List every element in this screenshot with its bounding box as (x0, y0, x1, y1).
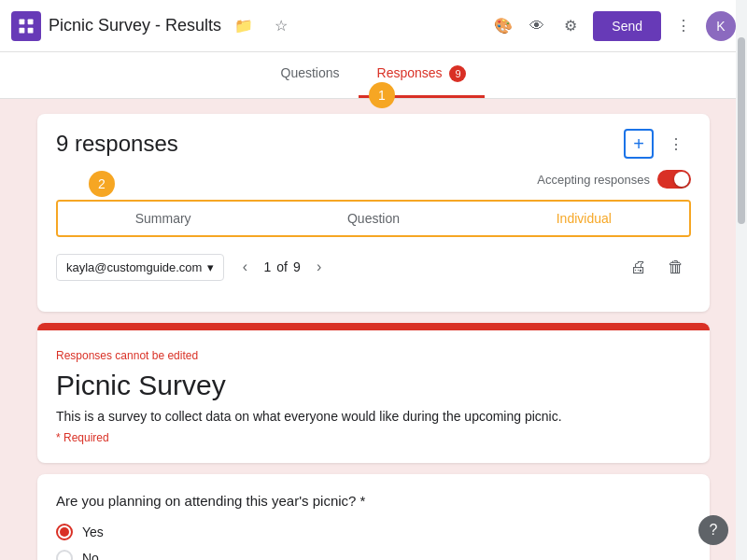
folder-button[interactable]: 📁 (229, 11, 259, 41)
print-icon: 🖨 (630, 258, 647, 277)
star-icon: ☆ (275, 17, 288, 35)
question-text: Are you planning on attending this year'… (56, 493, 691, 509)
page-title: Picnic Survey - Results (49, 16, 221, 35)
more-vert-icon-2: ⋮ (669, 135, 684, 153)
radio-yes-label: Yes (82, 525, 104, 539)
page-of-label: of (276, 259, 288, 274)
response-count: 9 responses (56, 131, 178, 157)
survey-title: Picnic Survey (56, 370, 691, 401)
svg-rect-0 (20, 19, 25, 24)
step-badge-2: 2 (89, 171, 115, 197)
radio-option-yes[interactable]: Yes (56, 524, 691, 540)
page-nav: ‹ 1 of 9 › (232, 254, 331, 280)
palette-icon: 🎨 (494, 17, 513, 35)
view-tab-individual[interactable]: Individual (479, 202, 689, 235)
chevron-right-icon: › (317, 259, 321, 275)
star-button[interactable]: ☆ (266, 11, 296, 41)
add-spreadsheet-button[interactable]: + (624, 129, 654, 159)
help-button[interactable]: ? (698, 515, 728, 545)
header-right: 🎨 👁 ⚙ Send ⋮ K (488, 11, 736, 41)
step-badge-1: 1 (369, 82, 395, 108)
folder-icon: 📁 (234, 17, 253, 35)
next-response-button[interactable]: › (306, 254, 332, 280)
response-header: 9 responses + ⋮ (56, 129, 691, 159)
svg-rect-1 (28, 19, 34, 24)
palette-button[interactable]: 🎨 (488, 11, 518, 41)
tab-questions[interactable]: Questions (262, 52, 359, 98)
responses-card: 9 responses + ⋮ Accepting responses Summ… (37, 114, 710, 312)
send-button[interactable]: Send (593, 11, 661, 41)
main-content: 9 responses + ⋮ Accepting responses Summ… (0, 99, 747, 560)
accepting-toggle[interactable] (657, 170, 691, 189)
survey-form-card: Responses cannot be edited Picnic Survey… (37, 323, 710, 463)
responses-more-button[interactable]: ⋮ (661, 129, 691, 159)
more-button[interactable]: ⋮ (669, 11, 698, 41)
more-vert-icon: ⋮ (676, 17, 691, 35)
page-current: 1 (263, 259, 271, 274)
nav-left: kayla@customguide.com ▾ ‹ 1 of 9 › (56, 254, 332, 281)
view-tabs: Summary Question Individual (56, 200, 691, 237)
response-header-right: + ⋮ (624, 129, 691, 159)
cannot-edit-label: Responses cannot be edited (56, 349, 691, 362)
scrollbar-thumb[interactable] (738, 37, 745, 224)
nav-row: kayla@customguide.com ▾ ‹ 1 of 9 › (56, 252, 691, 282)
help-icon: ? (710, 522, 718, 539)
chevron-down-icon: ▾ (207, 260, 214, 274)
print-button[interactable]: 🖨 (624, 252, 654, 282)
radio-option-no[interactable]: No (56, 550, 691, 560)
required-label: * Required (56, 431, 691, 444)
prev-response-button[interactable]: ‹ (232, 254, 258, 280)
header: Picnic Survey - Results 📁 ☆ 🎨 👁 ⚙ Send ⋮… (0, 0, 747, 52)
accepting-label: Accepting responses (537, 173, 650, 187)
survey-description: This is a survey to collect data on what… (56, 409, 691, 424)
app-icon (11, 11, 41, 41)
radio-no-circle (56, 550, 73, 560)
question-card: Are you planning on attending this year'… (37, 474, 710, 560)
delete-button[interactable]: 🗑 (661, 252, 691, 282)
eye-icon: 👁 (529, 18, 544, 35)
scrollbar[interactable] (736, 0, 747, 560)
add-icon: + (633, 133, 644, 155)
radio-yes-circle (56, 524, 73, 540)
svg-rect-2 (20, 27, 25, 33)
avatar[interactable]: K (706, 11, 736, 41)
view-tab-summary[interactable]: Summary (58, 202, 268, 235)
radio-no-label: No (82, 551, 99, 560)
header-left: Picnic Survey - Results 📁 ☆ (11, 11, 488, 41)
settings-icon: ⚙ (564, 17, 577, 35)
chevron-left-icon: ‹ (243, 259, 247, 275)
view-tab-question[interactable]: Question (268, 202, 478, 235)
delete-icon: 🗑 (668, 258, 684, 277)
responses-badge: 9 (449, 65, 466, 82)
settings-button[interactable]: ⚙ (556, 11, 585, 41)
nav-right: 🖨 🗑 (624, 252, 691, 282)
svg-rect-3 (28, 27, 34, 33)
preview-button[interactable]: 👁 (522, 11, 552, 41)
page-total: 9 (293, 259, 301, 274)
accepting-row: Accepting responses (56, 170, 691, 189)
respondent-dropdown[interactable]: kayla@customguide.com ▾ (56, 254, 224, 281)
